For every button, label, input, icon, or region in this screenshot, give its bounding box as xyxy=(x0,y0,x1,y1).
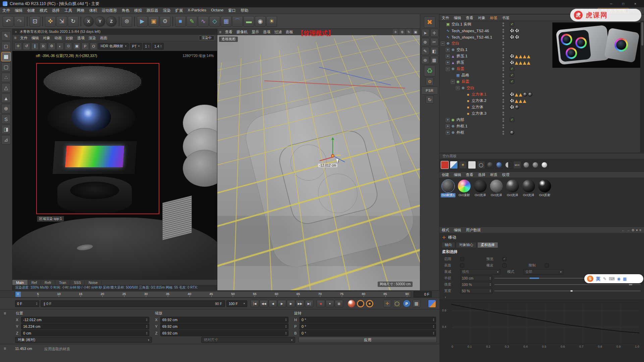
attribute-tab[interactable]: 柔和选择 xyxy=(477,242,498,248)
stepper-arrows-icon[interactable]: ▴▾ xyxy=(433,318,434,321)
expander-icon[interactable]: + xyxy=(446,48,450,52)
mat-tag[interactable] xyxy=(515,35,519,39)
object-label[interactable]: 后盖 xyxy=(457,66,464,71)
width-slider[interactable] xyxy=(494,291,641,291)
menu-item[interactable]: 创建 xyxy=(25,8,37,13)
stepper-arrows-icon[interactable]: ▴▾ xyxy=(285,331,286,335)
pen-tool[interactable]: ✎ xyxy=(421,47,429,55)
preview-checkbox[interactable] xyxy=(502,257,506,261)
material-preview-ball[interactable] xyxy=(442,180,454,192)
visibility-dots[interactable] xyxy=(502,131,504,135)
recycle-icon[interactable]: ♻ xyxy=(424,65,435,76)
material-item[interactable]: Oct光泽 xyxy=(489,180,504,197)
pv-original-icon[interactable]: O xyxy=(90,43,97,50)
check-tag[interactable] xyxy=(510,22,514,26)
stepper-arrows-icon[interactable]: ▴▾ xyxy=(146,331,147,335)
stepper-arrows-icon[interactable]: ▴▾ xyxy=(36,302,37,305)
object-label[interactable]: 空白.1 实例 xyxy=(451,22,471,27)
object-row[interactable]: + ⊕ 外框.1 xyxy=(439,123,640,129)
ime-skin-icon[interactable]: ▦ xyxy=(623,277,627,281)
gear-icon[interactable]: ⚙ xyxy=(426,77,434,85)
viewer-menu-item[interactable]: 渲染 xyxy=(87,36,98,41)
menu-item[interactable]: X-Particles xyxy=(185,8,209,13)
strength-field[interactable]: 100 % ▴▾ xyxy=(460,282,492,287)
tri-tag[interactable] xyxy=(523,55,526,58)
grid-tool[interactable]: ▦ xyxy=(430,56,438,64)
menu-burger-icon[interactable]: ≡ xyxy=(2,346,8,351)
material-preview-ball[interactable] xyxy=(538,180,551,192)
coordinate-field[interactable]: -12.012 cm ▴▾ xyxy=(21,317,149,323)
stepper-arrows-icon[interactable]: ▴▾ xyxy=(490,277,491,280)
toolbar-button[interactable] xyxy=(42,16,43,26)
visibility-dots[interactable] xyxy=(502,48,504,52)
material-glossy-node[interactable] xyxy=(486,161,494,169)
expander-icon[interactable]: − xyxy=(446,67,450,71)
ime-language-toggle[interactable]: 英 xyxy=(596,276,600,282)
material-sun-node[interactable]: ☀ xyxy=(459,161,467,169)
stepper-arrows-icon[interactable]: ▴▾ xyxy=(433,331,434,335)
render-pass-tab[interactable]: Ref xyxy=(28,280,41,285)
add-light-button[interactable]: ☀ xyxy=(266,16,277,27)
texture-paint-tool[interactable]: ◨ xyxy=(1,125,11,134)
sogou-logo-icon[interactable]: S xyxy=(587,276,593,282)
render-image-area[interactable]: off: -394,-36 位置(72,28) 大小(282,337) 1280… xyxy=(12,51,217,280)
polygons-mode-tool[interactable]: ▲ xyxy=(1,94,11,103)
coordinate-field[interactable]: 0 ° ▴▾ xyxy=(300,330,436,336)
toolbar-button[interactable] xyxy=(119,16,119,26)
tri-tag[interactable] xyxy=(515,93,518,97)
check-tag[interactable] xyxy=(510,79,514,84)
rubber-checkbox[interactable] xyxy=(502,263,506,267)
visibility-dots[interactable] xyxy=(502,29,504,33)
object-label[interactable]: 立方体.3 xyxy=(472,111,486,116)
section-title[interactable]: 柔和选择 xyxy=(442,249,458,254)
coordinate-field[interactable]: 69.92 cm ▴▾ xyxy=(160,330,288,336)
render-settings-button[interactable]: ⚙ xyxy=(160,16,170,27)
menu-item[interactable]: 跟踪器 xyxy=(144,8,161,13)
visibility-dots[interactable] xyxy=(502,67,504,71)
title-bar[interactable]: Cinema 4D R23.110 (RC) - [镜头白膜.c4d *] - … xyxy=(0,0,644,7)
grid-icon[interactable]: ▦ xyxy=(413,300,420,307)
total-frames-dropdown[interactable]: 100 F ▾ xyxy=(226,300,247,307)
render-active-view-button[interactable] xyxy=(348,300,355,307)
add-spline-button[interactable]: ✎ xyxy=(186,16,197,27)
gizmo-center-handle[interactable] xyxy=(331,154,334,158)
material-menu-item[interactable]: 编辑 xyxy=(451,172,464,177)
sphere-tag[interactable] xyxy=(528,92,532,97)
visibility-dots[interactable] xyxy=(502,118,504,122)
material-red-node[interactable] xyxy=(441,161,449,169)
frame-range-slider[interactable]: ∥ 0 F 90 F xyxy=(41,300,225,307)
forward-icon[interactable]: → xyxy=(627,228,630,232)
size-mode-dropdown[interactable]: 绝对尺寸 ▾ xyxy=(201,337,295,343)
viewport-menu-item[interactable]: 查看 xyxy=(223,29,234,35)
render-picture-viewer-button[interactable]: ▣ xyxy=(148,16,159,27)
material-gray-node[interactable] xyxy=(522,161,530,169)
mat-tag[interactable] xyxy=(515,28,519,33)
object-row[interactable]: + ◉ 内部 xyxy=(439,117,640,123)
view-name-label[interactable]: 透视视图 xyxy=(219,37,238,42)
toolbar-button[interactable] xyxy=(27,16,28,26)
mat-tag[interactable] xyxy=(510,99,514,103)
maximize-button[interactable]: □ xyxy=(617,0,629,7)
material-preview-ball[interactable] xyxy=(506,180,519,192)
expander-icon[interactable]: − xyxy=(456,86,460,90)
z-axis-lock[interactable]: Z xyxy=(106,16,117,27)
gizmo-y-axis[interactable] xyxy=(332,138,333,156)
pv-move-icon[interactable]: ✛ xyxy=(14,43,22,50)
pv-lock-icon[interactable]: ⊙ xyxy=(65,43,72,50)
menu-item[interactable]: 帮助 xyxy=(238,8,251,13)
material-item[interactable]: Oct光泽 xyxy=(473,180,488,197)
tri-tag[interactable] xyxy=(515,55,518,58)
material-item[interactable]: Oct光泽 xyxy=(505,180,520,197)
material-menu-item[interactable]: 查看 xyxy=(464,172,476,177)
list-icon[interactable]: ≡ xyxy=(639,228,641,232)
visibility-dots[interactable] xyxy=(502,42,504,46)
limit-checkbox[interactable] xyxy=(545,263,549,267)
object-label[interactable]: 挤压.1 xyxy=(457,54,468,59)
object-label[interactable]: 空白 xyxy=(451,41,459,46)
material-bg-node[interactable] xyxy=(468,161,476,169)
tri-tag[interactable] xyxy=(515,100,518,103)
empty-board-panel[interactable]: 空白画板 xyxy=(439,153,644,159)
axis-mode-tool[interactable]: ⊕ xyxy=(1,104,11,113)
viewport-menu-item[interactable]: 选项 xyxy=(261,29,272,35)
visibility-dots[interactable] xyxy=(502,35,504,39)
